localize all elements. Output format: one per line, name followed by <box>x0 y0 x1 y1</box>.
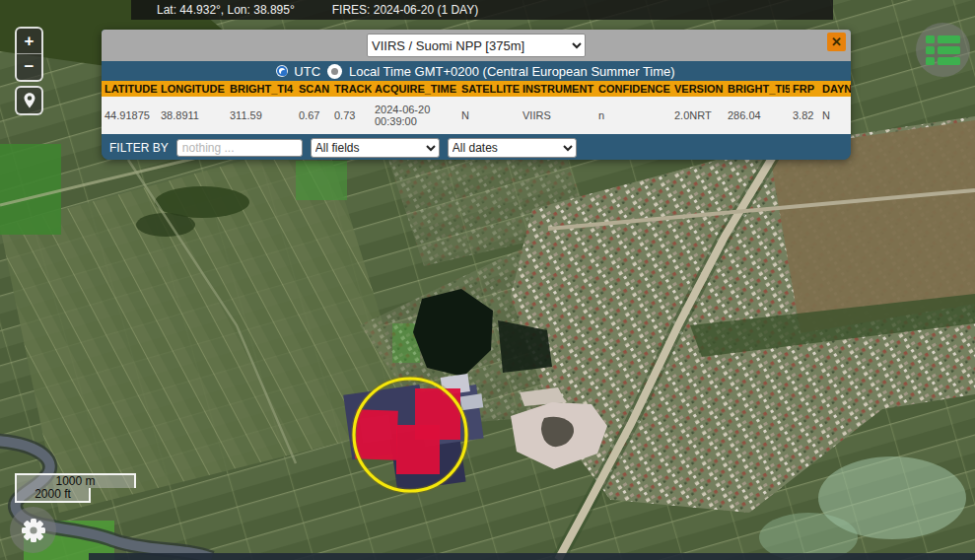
cell-frp: 3.82 <box>790 97 819 134</box>
col-frp[interactable]: FRP <box>790 81 819 97</box>
zoom-in-button[interactable]: + <box>17 29 41 54</box>
timezone-selector: UTC Local Time GMT+0200 (Central Europea… <box>102 61 851 81</box>
zoom-out-button[interactable]: − <box>17 54 41 80</box>
legend-list-icon <box>926 35 960 65</box>
col-version[interactable]: VERSION <box>671 81 725 97</box>
filter-dates-select[interactable]: All dates <box>448 138 577 158</box>
col-bright-ti4[interactable]: BRIGHT_TI4 <box>227 81 296 97</box>
filter-input[interactable] <box>176 139 303 157</box>
filter-bar: FILTER BY All fields All dates <box>102 135 851 160</box>
col-bright-ti5[interactable]: BRIGHT_TI5 <box>725 81 790 97</box>
fires-table: LATITUDE LONGITUDE BRIGHT_TI4 SCAN TRACK… <box>102 81 851 134</box>
location-pin-icon <box>21 91 38 110</box>
col-instrument[interactable]: INSTRUMENT <box>520 81 595 97</box>
cell-track: 0.73 <box>331 97 372 134</box>
gear-icon <box>20 517 47 544</box>
app-window: Lat: 44.932°, Lon: 38.895° FIRES: 2024-0… <box>0 0 975 560</box>
cell-scan: 0.67 <box>296 97 331 134</box>
cell-confidence: n <box>595 97 671 134</box>
cell-daynight: N <box>819 97 851 134</box>
fires-table-wrap: LATITUDE LONGITUDE BRIGHT_TI4 SCAN TRACK… <box>102 81 851 135</box>
cursor-coordinates: Lat: 44.932°, Lon: 38.895° <box>157 3 295 17</box>
local-time-radio-label[interactable]: Local Time GMT+0200 (Central European Su… <box>349 64 675 79</box>
cell-satellite: N <box>458 97 520 134</box>
local-time-radio[interactable] <box>327 64 342 79</box>
settings-button[interactable] <box>10 507 56 553</box>
utc-radio-label[interactable]: UTC <box>294 64 320 79</box>
col-satellite[interactable]: SATELLITE <box>458 81 520 97</box>
cell-bright-ti5: 286.04 <box>725 97 790 134</box>
col-track[interactable]: TRACK <box>331 81 372 97</box>
col-scan[interactable]: SCAN <box>296 81 331 97</box>
scale-metric: 1000 m <box>15 473 136 488</box>
filter-fields-select[interactable]: All fields <box>311 138 440 158</box>
dataset-select[interactable]: VIIRS / Suomi NPP [375m] <box>367 34 586 57</box>
info-bar: Lat: 44.932°, Lon: 38.895° FIRES: 2024-0… <box>131 0 833 20</box>
zoom-control: + − <box>15 27 43 82</box>
close-icon[interactable]: ✕ <box>827 33 846 51</box>
map-scale: 1000 m 2000 ft <box>15 473 136 503</box>
fires-panel: VIIRS / Suomi NPP [375m] ✕ UTC Local Tim… <box>102 30 851 160</box>
filter-by-label: FILTER BY <box>109 141 169 155</box>
table-row[interactable]: 44.91875 38.8911 311.59 0.67 0.73 2024-0… <box>102 97 851 134</box>
cell-longitude: 38.8911 <box>158 97 227 134</box>
col-longitude[interactable]: LONGITUDE <box>158 81 227 97</box>
panel-header: VIIRS / Suomi NPP [375m] ✕ <box>102 30 851 61</box>
col-confidence[interactable]: CONFIDENCE <box>595 81 671 97</box>
fire-list-button[interactable] <box>916 23 970 77</box>
cell-instrument: VIIRS <box>520 97 595 134</box>
map-edge-strip <box>89 553 975 560</box>
col-daynight[interactable]: DAYNIGHT <box>819 81 851 97</box>
locate-me-button[interactable] <box>15 86 43 115</box>
col-acquire-time[interactable]: ACQUIRE_TIME <box>372 81 458 97</box>
col-latitude[interactable]: LATITUDE <box>102 81 158 97</box>
table-header-row: LATITUDE LONGITUDE BRIGHT_TI4 SCAN TRACK… <box>102 81 851 97</box>
cell-version: 2.0NRT <box>671 97 725 134</box>
cell-latitude: 44.91875 <box>102 97 158 134</box>
cell-acquire-time: 2024-06-20 00:39:00 <box>372 97 458 134</box>
fires-date-label: FIRES: 2024-06-20 (1 DAY) <box>332 3 479 17</box>
scale-imperial: 2000 ft <box>15 488 91 503</box>
cell-bright-ti4: 311.59 <box>227 97 296 134</box>
utc-radio[interactable] <box>277 66 287 76</box>
